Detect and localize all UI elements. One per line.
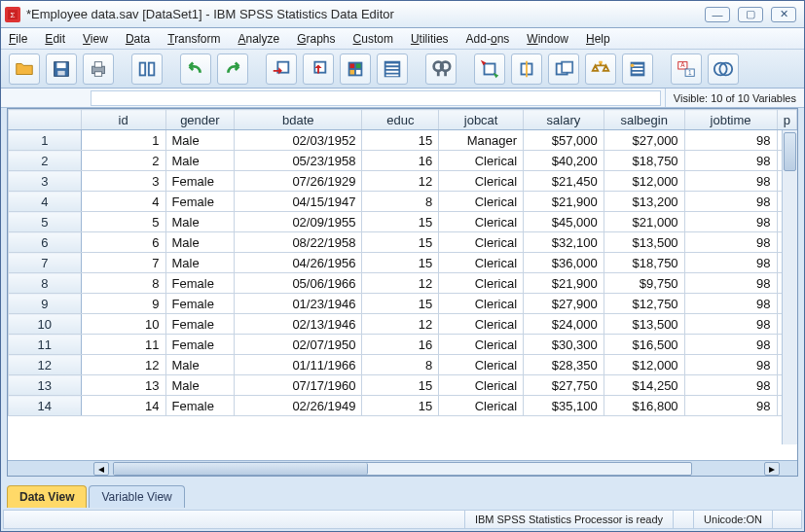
cell-educ[interactable]: 15 [362,253,439,273]
cell-bdate[interactable]: 05/06/1966 [235,273,362,294]
cell-jobtime[interactable]: 98 [684,355,777,375]
recall-dialog-icon[interactable] [131,53,163,85]
cell-bdate[interactable]: 05/23/1958 [235,151,362,171]
cell-jobtime[interactable]: 98 [684,151,777,171]
cell-jobcat[interactable]: Clerical [439,335,524,355]
cell-salbegin[interactable]: $13,500 [604,314,684,335]
cell-educ[interactable]: 16 [362,335,439,355]
value-labels-icon[interactable]: A1 [671,53,702,85]
cell-id[interactable]: 3 [81,171,165,192]
cell-bdate[interactable]: 07/26/1929 [235,171,362,192]
table-row[interactable]: 33Female07/26/192912Clerical$21,450$12,0… [9,171,797,192]
cell-bdate[interactable]: 02/07/1950 [235,335,362,355]
hscroll-thumb[interactable] [114,463,368,475]
cell-id[interactable]: 14 [81,396,165,416]
tab-variable-view[interactable]: Variable View [89,485,184,508]
cell-salary[interactable]: $28,350 [524,355,604,375]
cell-salary[interactable]: $21,450 [524,171,604,192]
cell-id[interactable]: 11 [81,335,165,355]
cell-salbegin[interactable]: $12,000 [604,355,684,375]
cell-salbegin[interactable]: $12,750 [604,294,684,314]
cell-jobtime[interactable]: 98 [684,314,777,335]
cell-educ[interactable]: 8 [362,355,439,375]
table-row[interactable]: 1414Female02/26/194915Clerical$35,100$16… [9,396,797,416]
cell-jobtime[interactable]: 98 [684,192,777,212]
cell-gender[interactable]: Female [165,335,235,355]
menu-window[interactable]: Window [527,32,568,46]
run-desc-icon[interactable] [377,53,408,85]
cell-salbegin[interactable]: $9,750 [604,273,684,294]
cell-jobtime[interactable]: 98 [684,232,777,253]
col-salary[interactable]: salary [524,110,604,130]
col-p[interactable]: p [777,110,797,130]
cell-bdate[interactable]: 04/26/1956 [235,253,362,273]
cell-gender[interactable]: Female [165,294,235,314]
tab-data-view[interactable]: Data View [7,485,87,508]
menu-file[interactable]: File [9,32,27,46]
table-row[interactable]: 77Male04/26/195615Clerical$36,000$18,750… [9,253,797,273]
cell-gender[interactable]: Male [165,375,235,396]
cell-salary[interactable]: $32,100 [524,232,604,253]
cell-salary[interactable]: $27,750 [524,375,604,396]
cell-educ[interactable]: 15 [362,375,439,396]
cell-salbegin[interactable]: $27,000 [604,130,684,151]
col-jobtime[interactable]: jobtime [684,110,777,130]
menu-transform[interactable]: Transform [167,32,220,46]
insert-variable-icon[interactable] [511,53,542,85]
cell-salary[interactable]: $36,000 [524,253,604,273]
vertical-scrollbar[interactable] [782,130,797,444]
cell-salbegin[interactable]: $14,250 [604,375,684,396]
cell-gender[interactable]: Male [165,212,235,232]
cell-gender[interactable]: Male [165,232,235,253]
cell-bdate[interactable]: 07/17/1960 [235,375,362,396]
cell-salbegin[interactable]: $13,500 [604,232,684,253]
cell-id[interactable]: 13 [81,375,165,396]
cell-gender[interactable]: Female [165,314,235,335]
cell-educ[interactable]: 15 [362,130,439,151]
cell-jobcat[interactable]: Clerical [439,212,524,232]
cell-salbegin[interactable]: $16,500 [604,335,684,355]
cell-id[interactable]: 12 [81,355,165,375]
cell-jobtime[interactable]: 98 [684,212,777,232]
hscroll-right-arrow[interactable]: ▸ [764,462,780,476]
close-button[interactable]: ✕ [771,7,796,22]
goto-variable-icon[interactable] [303,53,334,85]
cell-id[interactable]: 1 [81,130,165,151]
cell-jobtime[interactable]: 98 [684,396,777,416]
row-header[interactable]: 1 [9,130,82,151]
cell-educ[interactable]: 15 [362,212,439,232]
cell-bdate[interactable]: 02/13/1946 [235,314,362,335]
undo-icon[interactable] [180,53,211,85]
table-row[interactable]: 1010Female02/13/194612Clerical$24,000$13… [9,314,797,335]
menu-custom[interactable]: Custom [353,32,393,46]
cell-jobcat[interactable]: Clerical [439,253,524,273]
cell-gender[interactable]: Male [165,355,235,375]
row-header[interactable]: 12 [9,355,82,375]
cell-jobcat[interactable]: Clerical [439,273,524,294]
insert-cases-icon[interactable] [474,53,505,85]
cell-gender[interactable]: Female [165,192,235,212]
vscroll-thumb[interactable] [784,132,796,171]
row-header[interactable]: 6 [9,232,82,253]
cell-salary[interactable]: $45,000 [524,212,604,232]
table-row[interactable]: 1111Female02/07/195016Clerical$30,300$16… [9,335,797,355]
print-icon[interactable] [83,53,114,85]
hscroll-left-arrow[interactable]: ◂ [93,462,109,476]
redo-icon[interactable] [217,53,248,85]
cell-bdate[interactable]: 01/11/1966 [235,355,362,375]
use-sets-icon[interactable] [708,53,739,85]
cell-id[interactable]: 10 [81,314,165,335]
cell-salary[interactable]: $21,900 [524,273,604,294]
cell-id[interactable]: 2 [81,151,165,171]
cell-editor[interactable] [91,90,661,106]
cell-gender[interactable]: Male [165,253,235,273]
horizontal-scrollbar[interactable]: ◂ ▸ [8,460,797,476]
table-row[interactable]: 44Female04/15/19478Clerical$21,900$13,20… [9,192,797,212]
variables-icon[interactable] [340,53,371,85]
find-icon[interactable] [425,53,457,85]
cell-gender[interactable]: Male [165,130,235,151]
row-header[interactable]: 13 [9,375,82,396]
table-row[interactable]: 11Male02/03/195215Manager$57,000$27,0009… [9,130,797,151]
data-table[interactable]: id gender bdate educ jobcat salary salbe… [8,109,797,416]
cell-educ[interactable]: 8 [362,192,439,212]
